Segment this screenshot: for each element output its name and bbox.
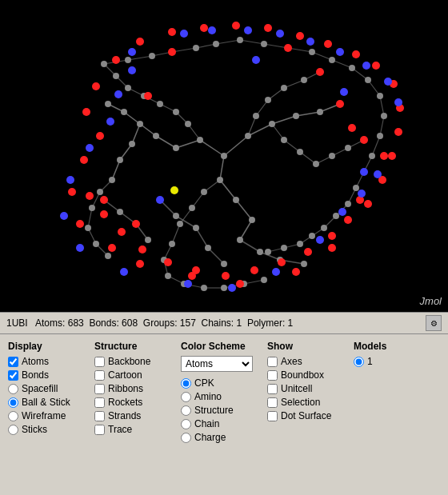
svg-point-162 — [85, 225, 91, 231]
svg-point-113 — [157, 101, 163, 107]
svg-point-207 — [394, 128, 402, 136]
controls-panel: Display Atoms Bonds Spacefill Ball & Sti… — [0, 334, 448, 452]
color-scheme-dropdown[interactable]: Atoms CPK Amino Structure Chain Charge — [181, 356, 253, 372]
svg-point-197 — [168, 28, 176, 36]
svg-point-247 — [384, 78, 392, 86]
show-title: Show — [267, 341, 354, 352]
color-cpk[interactable]: CPK — [181, 377, 267, 389]
svg-point-101 — [121, 109, 127, 115]
show-unitcell[interactable]: Unitcell — [267, 383, 354, 394]
svg-point-221 — [100, 210, 108, 218]
color-chain[interactable]: Chain — [181, 418, 267, 429]
svg-point-137 — [381, 113, 387, 119]
svg-point-129 — [213, 41, 219, 47]
svg-point-142 — [345, 201, 351, 207]
svg-point-90 — [197, 137, 203, 143]
svg-point-183 — [328, 244, 336, 252]
svg-point-124 — [113, 73, 119, 79]
svg-point-97 — [317, 109, 323, 115]
show-axes[interactable]: Axes — [267, 356, 354, 367]
display-ball-stick[interactable]: Ball & Stick — [8, 397, 94, 408]
svg-point-211 — [344, 216, 352, 224]
svg-point-156 — [173, 213, 179, 219]
svg-point-190 — [68, 188, 76, 196]
svg-point-237 — [106, 118, 114, 126]
status-text: 1UBI Atoms: 683 Bonds: 608 Groups: 157 C… — [6, 317, 293, 329]
model-1[interactable]: 1 — [354, 356, 440, 367]
svg-point-233 — [76, 244, 84, 252]
svg-point-148 — [265, 249, 271, 255]
svg-point-100 — [237, 237, 243, 243]
svg-point-102 — [105, 101, 111, 107]
svg-point-166 — [165, 273, 171, 279]
svg-point-122 — [177, 221, 183, 227]
color-charge[interactable]: Charge — [181, 432, 267, 443]
svg-point-210 — [364, 200, 372, 208]
svg-point-243 — [276, 30, 284, 38]
display-group: Display Atoms Bonds Spacefill Ball & Sti… — [8, 341, 94, 445]
color-amino[interactable]: Amino — [181, 391, 267, 402]
svg-point-235 — [66, 176, 74, 184]
svg-point-236 — [86, 144, 94, 152]
structure-ribbons[interactable]: Ribbons — [94, 383, 181, 394]
svg-point-213 — [304, 248, 312, 256]
svg-point-250 — [358, 190, 366, 198]
svg-point-134 — [349, 65, 355, 71]
display-sticks[interactable]: Sticks — [8, 424, 94, 435]
svg-point-153 — [145, 237, 151, 243]
svg-point-198 — [200, 24, 208, 32]
svg-point-215 — [250, 266, 258, 274]
svg-point-95 — [137, 121, 143, 127]
show-boundbox[interactable]: Boundbox — [267, 369, 354, 381]
svg-point-135 — [365, 77, 371, 83]
models-title: Models — [354, 341, 440, 352]
svg-point-220 — [118, 228, 126, 236]
svg-point-212 — [328, 232, 336, 240]
svg-point-239 — [128, 66, 136, 74]
display-atoms[interactable]: Atoms — [8, 356, 94, 367]
structure-rockets[interactable]: Rockets — [94, 397, 181, 408]
svg-point-175 — [168, 48, 176, 56]
show-selection[interactable]: Selection — [267, 397, 354, 408]
svg-point-222 — [86, 192, 94, 200]
svg-point-184 — [292, 268, 300, 276]
display-spacefill[interactable]: Spacefill — [8, 383, 94, 394]
display-bonds[interactable]: Bonds — [8, 369, 94, 381]
svg-point-217 — [192, 266, 200, 274]
structure-strands[interactable]: Strands — [94, 410, 181, 421]
svg-point-133 — [329, 57, 335, 63]
settings-button[interactable]: ⚙ — [426, 315, 442, 331]
structure-cartoon[interactable]: Cartoon — [94, 369, 181, 381]
svg-point-110 — [345, 145, 351, 151]
svg-point-224 — [360, 168, 368, 176]
svg-point-121 — [189, 205, 195, 211]
svg-point-202 — [324, 40, 332, 48]
structure-backbone[interactable]: Backbone — [94, 356, 181, 367]
svg-point-163 — [93, 241, 99, 247]
svg-point-192 — [96, 132, 104, 140]
svg-point-177 — [100, 196, 108, 204]
svg-point-196 — [136, 38, 144, 46]
show-dot-surface[interactable]: Dot Surface — [267, 410, 354, 421]
svg-point-225 — [272, 268, 280, 276]
svg-point-179 — [144, 92, 152, 100]
structure-trace[interactable]: Trace — [94, 424, 181, 435]
svg-point-130 — [237, 37, 243, 43]
svg-point-111 — [185, 121, 191, 127]
svg-point-143 — [333, 213, 339, 219]
svg-point-104 — [117, 157, 123, 163]
svg-point-139 — [369, 153, 375, 159]
svg-point-123 — [169, 241, 175, 247]
svg-point-99 — [249, 217, 255, 223]
svg-point-120 — [201, 189, 207, 195]
svg-point-96 — [293, 113, 299, 119]
svg-point-149 — [257, 249, 263, 255]
jmol-label: Jmol — [420, 295, 442, 307]
display-wireframe[interactable]: Wireframe — [8, 410, 94, 421]
svg-point-171 — [261, 277, 267, 283]
svg-point-151 — [301, 261, 307, 267]
svg-point-204 — [372, 62, 380, 70]
color-structure[interactable]: Structure — [181, 405, 267, 416]
svg-point-194 — [92, 82, 100, 90]
svg-point-146 — [297, 241, 303, 247]
